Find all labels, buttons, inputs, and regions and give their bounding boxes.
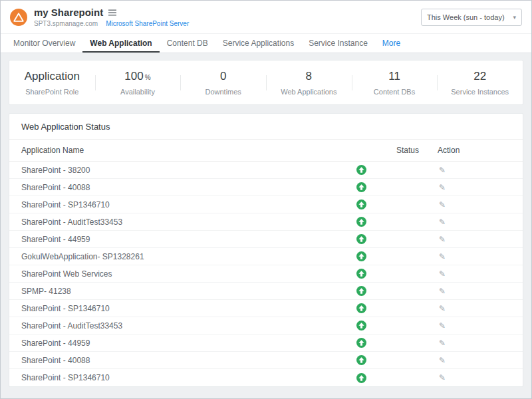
stat-value: 11 xyxy=(352,70,438,83)
menu-icon[interactable] xyxy=(108,9,116,16)
stat-value: 0 xyxy=(180,70,266,83)
card-title: Web Application Status xyxy=(9,114,523,140)
table-row: SharePoint - 40088✎ xyxy=(9,352,523,369)
stat-suffix: % xyxy=(145,74,151,81)
tab-web-application[interactable]: Web Application xyxy=(82,34,159,53)
action-cell: ✎ xyxy=(438,166,511,175)
time-range-select[interactable]: This Week (sun - today) ▾ xyxy=(421,9,522,26)
table-row: GokulWebApplication- SP1328261✎ xyxy=(9,248,523,265)
edit-icon[interactable]: ✎ xyxy=(439,183,446,192)
stat-sharepoint-role: ApplicationSharePoint Role xyxy=(9,67,95,98)
table-row: SharePoint Web Services✎ xyxy=(9,265,523,283)
stat-label: Service Instances xyxy=(437,88,523,96)
tab-more[interactable]: More xyxy=(375,34,408,53)
edit-icon[interactable]: ✎ xyxy=(439,252,446,261)
table-row: SharePoint - SP1346710✎ xyxy=(9,196,523,213)
table-row: SharePoint - SP1346710✎ xyxy=(9,369,523,386)
application-name: SharePoint - 44959 xyxy=(21,338,344,348)
application-name: SharePoint Web Services xyxy=(21,269,344,279)
edit-icon[interactable]: ✎ xyxy=(439,321,446,331)
table-row: SharePoint - AuditTest33453✎ xyxy=(9,213,523,231)
table-row: SharePoint - 44959✎ xyxy=(9,334,523,352)
stat-label: Downtimes xyxy=(180,88,266,96)
status-up-icon xyxy=(344,373,378,383)
status-up-icon xyxy=(344,217,378,227)
tab-monitor-overview[interactable]: Monitor Overview xyxy=(6,34,82,53)
stat-web-applications: 8Web Applications xyxy=(266,67,352,98)
application-name: SPMP- 41238 xyxy=(21,287,344,296)
edit-icon[interactable]: ✎ xyxy=(439,304,446,313)
table-row: SPMP- 41238✎ xyxy=(9,283,523,300)
alert-icon xyxy=(10,9,27,26)
tab-content-db[interactable]: Content DB xyxy=(160,34,215,53)
status-up-icon xyxy=(344,182,378,192)
table-row: SharePoint - 40088✎ xyxy=(9,179,523,196)
col-action: Action xyxy=(438,146,511,155)
action-cell: ✎ xyxy=(438,183,511,192)
application-name: SharePoint - SP1346710 xyxy=(21,304,344,313)
host-name: SPT3.spmanage.com xyxy=(34,20,98,27)
status-up-icon xyxy=(344,234,378,244)
stat-downtimes: 0Downtimes xyxy=(180,67,266,98)
page-title: my Sharepoint xyxy=(34,7,103,18)
status-up-icon xyxy=(344,165,378,175)
stat-value: 22 xyxy=(437,70,523,83)
application-name: SharePoint - 44959 xyxy=(21,235,344,244)
action-cell: ✎ xyxy=(438,269,511,279)
table-row: SharePoint - 38200✎ xyxy=(9,162,523,179)
table-body: SharePoint - 38200✎SharePoint - 40088✎Sh… xyxy=(9,162,523,386)
application-name: SharePoint - SP1346710 xyxy=(21,373,344,382)
edit-icon[interactable]: ✎ xyxy=(439,217,446,227)
application-name: GokulWebApplication- SP1328261 xyxy=(21,252,344,261)
server-type-link[interactable]: Microsoft SharePoint Server xyxy=(106,20,189,27)
action-cell: ✎ xyxy=(438,200,511,209)
action-cell: ✎ xyxy=(438,321,511,331)
status-up-icon xyxy=(344,303,378,313)
edit-icon[interactable]: ✎ xyxy=(439,269,446,279)
stats-bar: ApplicationSharePoint Role100%Availabili… xyxy=(9,60,523,105)
stat-label: Web Applications xyxy=(266,88,352,96)
web-app-status-card: Web Application Status Application Name … xyxy=(9,113,523,387)
status-up-icon xyxy=(344,355,378,365)
status-up-icon xyxy=(344,321,378,331)
application-name: SharePoint - AuditTest33453 xyxy=(21,217,344,227)
stat-value: 100% xyxy=(95,70,181,83)
status-up-icon xyxy=(344,286,378,296)
stat-label: Availability xyxy=(95,88,181,96)
action-cell: ✎ xyxy=(438,235,511,244)
tab-service-instance[interactable]: Service Instance xyxy=(301,34,375,53)
stat-label: SharePoint Role xyxy=(9,88,95,96)
application-name: SharePoint - 40088 xyxy=(21,183,344,192)
title-block: my Sharepoint SPT3.spmanage.com Microsof… xyxy=(34,7,189,27)
table-row: SharePoint - SP1346710✎ xyxy=(9,300,523,317)
edit-icon[interactable]: ✎ xyxy=(439,338,446,348)
page: my Sharepoint SPT3.spmanage.com Microsof… xyxy=(0,0,532,399)
status-up-icon xyxy=(344,251,378,261)
stat-label: Content DBs xyxy=(352,88,438,96)
application-name: SharePoint - 38200 xyxy=(21,166,344,175)
tab-bar: Monitor OverviewWeb ApplicationContent D… xyxy=(1,34,531,53)
action-cell: ✎ xyxy=(438,287,511,296)
status-up-icon xyxy=(344,269,378,279)
stat-value: Application xyxy=(9,70,95,83)
stat-service-instances: 22Service Instances xyxy=(437,67,523,98)
time-range-value: This Week (sun - today) xyxy=(427,13,505,21)
chevron-down-icon: ▾ xyxy=(513,14,516,21)
col-application-name: Application Name xyxy=(21,146,344,155)
application-name: SharePoint - AuditTest33453 xyxy=(21,321,344,331)
edit-icon[interactable]: ✎ xyxy=(439,287,446,296)
action-cell: ✎ xyxy=(438,252,511,261)
status-up-icon xyxy=(344,338,378,348)
edit-icon[interactable]: ✎ xyxy=(439,356,446,365)
edit-icon[interactable]: ✎ xyxy=(439,200,446,209)
action-cell: ✎ xyxy=(438,217,511,227)
action-cell: ✎ xyxy=(438,338,511,348)
table-row: SharePoint - 44959✎ xyxy=(9,231,523,248)
action-cell: ✎ xyxy=(438,373,511,382)
edit-icon[interactable]: ✎ xyxy=(439,166,446,175)
table-row: SharePoint - AuditTest33453✎ xyxy=(9,317,523,334)
stat-availability: 100%Availability xyxy=(95,67,181,98)
tab-service-applications[interactable]: Service Applications xyxy=(215,34,301,53)
edit-icon[interactable]: ✎ xyxy=(439,373,446,382)
edit-icon[interactable]: ✎ xyxy=(439,235,446,244)
